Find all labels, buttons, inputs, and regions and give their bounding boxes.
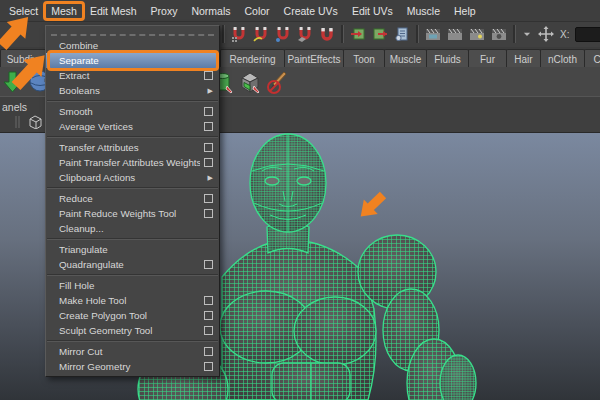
panels-menu-item[interactable]: anels [2, 101, 27, 113]
menu-item-label: Create Polygon Tool [59, 310, 200, 321]
option-box-icon[interactable] [204, 326, 213, 335]
menubar-item-edit-mesh[interactable]: Edit Mesh [84, 3, 143, 19]
shelf-tab-toon[interactable]: Toon [343, 49, 385, 68]
menu-bar: SelectMeshEdit MeshProxyNormalsColorCrea… [0, 0, 600, 22]
menu-item-clipboard-actions[interactable]: Clipboard Actions▶ [46, 170, 219, 185]
move-tool-icon[interactable] [538, 26, 554, 42]
menu-item-mirror-cut[interactable]: Mirror Cut [46, 344, 219, 359]
snap-curve-icon[interactable] [253, 26, 269, 42]
menu-item-sculpt-geometry-tool[interactable]: Sculpt Geometry Tool [46, 323, 219, 338]
menu-item-label: Booleans [59, 85, 204, 96]
menu-item-label: Quadrangulate [59, 259, 200, 270]
menu-item-paint-reduce-weights-tool[interactable]: Paint Reduce Weights Tool [46, 206, 219, 221]
menu-item-make-hole-tool[interactable]: Make Hole Tool [46, 293, 219, 308]
menu-item-label: Extract [59, 70, 200, 81]
toolbar-separator [341, 25, 344, 43]
menu-item-label: Separate [59, 55, 213, 66]
option-box-icon[interactable] [204, 209, 213, 218]
shelf-tab-painteffects[interactable]: PaintEffects [284, 49, 344, 68]
shelf-tab-ncloth[interactable]: nCloth [540, 49, 585, 68]
make-live-icon[interactable] [319, 26, 335, 42]
menu-item-separate[interactable]: Separate [46, 53, 219, 68]
snap-plane-icon[interactable] [297, 26, 313, 42]
construction-history-icon[interactable] [394, 26, 410, 42]
option-box-icon[interactable] [204, 71, 213, 80]
menu-item-booleans[interactable]: Booleans▶ [46, 83, 219, 98]
menubar-item-edit-uvs[interactable]: Edit UVs [346, 3, 399, 19]
menu-item-label: Mirror Geometry [59, 361, 200, 372]
option-box-icon[interactable] [204, 122, 213, 131]
input-connections-icon[interactable] [350, 26, 366, 42]
shelf-tab-rendering[interactable]: Rendering [220, 49, 285, 68]
output-connections-icon[interactable] [372, 26, 388, 42]
chevron-down-icon[interactable] [522, 26, 532, 42]
menu-item-label: Reduce [59, 193, 200, 204]
menu-item-label: Combine [59, 40, 213, 51]
menu-item-label: Sculpt Geometry Tool [59, 325, 200, 336]
paint-tool-off-icon[interactable] [264, 70, 288, 94]
menu-item-combine[interactable]: Combine [46, 38, 219, 53]
render-current-frame-icon[interactable] [447, 26, 463, 42]
menubar-item-proxy[interactable]: Proxy [145, 3, 184, 19]
menu-separator [47, 274, 218, 276]
menu-item-create-polygon-tool[interactable]: Create Polygon Tool [46, 308, 219, 323]
menubar-item-help[interactable]: Help [448, 3, 482, 19]
menubar-item-normals[interactable]: Normals [185, 3, 236, 19]
option-box-icon[interactable] [204, 362, 213, 371]
submenu-arrow-icon: ▶ [208, 174, 213, 182]
menubar-item-create-uvs[interactable]: Create UVs [278, 3, 344, 19]
menu-item-label: Clipboard Actions [59, 172, 204, 183]
menu-item-label: Triangulate [59, 244, 213, 255]
option-box-icon[interactable] [204, 311, 213, 320]
menu-item-label: Make Hole Tool [59, 295, 200, 306]
toolbar-separator [222, 25, 225, 43]
option-box-icon[interactable] [204, 347, 213, 356]
menu-item-mirror-geometry[interactable]: Mirror Geometry [46, 359, 219, 374]
menu-item-label: Fill Hole [59, 280, 213, 291]
menu-separator [47, 187, 218, 189]
polygon-smooth-icon[interactable] [238, 70, 262, 94]
shelf-tab-hair[interactable]: Hair [506, 49, 541, 68]
wireframe-mode-icon[interactable] [28, 115, 43, 129]
option-box-icon[interactable] [204, 143, 213, 152]
menu-item-label: Transfer Attributes [59, 142, 200, 153]
menu-separator [47, 136, 218, 138]
option-box-icon[interactable] [204, 107, 213, 116]
menubar-item-muscle[interactable]: Muscle [401, 3, 446, 19]
menu-item-quadrangulate[interactable]: Quadrangulate [46, 257, 219, 272]
shelf-tab-muscle[interactable]: Muscle [384, 49, 427, 68]
ipr-render-icon[interactable] [469, 26, 485, 42]
x-coordinate-label: X: [560, 29, 569, 40]
menu-item-smooth[interactable]: Smooth [46, 104, 219, 119]
mesh-dropdown-menu: CombineSeparateExtractBooleans▶SmoothAve… [45, 25, 220, 377]
snap-grid-icon[interactable] [231, 26, 247, 42]
shelf-tab-fur[interactable]: Fur [468, 49, 507, 68]
menu-item-paint-transfer-attributes-weights-tool[interactable]: Paint Transfer Attributes Weights Tool [46, 155, 219, 170]
menu-item-fill-hole[interactable]: Fill Hole [46, 278, 219, 293]
menu-item-average-vertices[interactable]: Average Vertices [46, 119, 219, 134]
snap-point-icon[interactable] [275, 26, 291, 42]
annotation-arrow-separate-item [8, 44, 68, 99]
option-box-icon[interactable] [204, 194, 213, 203]
maya-window: SelectMeshEdit MeshProxyNormalsColorCrea… [0, 0, 600, 400]
option-box-icon[interactable] [204, 260, 213, 269]
toolbar-separator [513, 25, 516, 43]
render-settings-icon[interactable] [491, 26, 507, 42]
option-box-icon[interactable] [204, 296, 213, 305]
submenu-arrow-icon: ▶ [208, 87, 213, 95]
toolbar-grip-icon [14, 115, 24, 129]
menu-item-triangulate[interactable]: Triangulate [46, 242, 219, 257]
menu-item-cleanup[interactable]: Cleanup... [46, 221, 219, 236]
shelf-tab-fluids[interactable]: Fluids [426, 49, 469, 68]
option-box-icon[interactable] [204, 158, 213, 167]
x-coordinate-field[interactable] [575, 27, 600, 42]
shelf-tab-cu[interactable]: Cu [584, 49, 600, 68]
render-view-icon[interactable] [425, 26, 441, 42]
toolbar-separator [416, 25, 419, 43]
menu-item-transfer-attributes[interactable]: Transfer Attributes [46, 140, 219, 155]
menu-item-reduce[interactable]: Reduce [46, 191, 219, 206]
menu-separator [47, 340, 218, 342]
menu-tearoff-handle[interactable] [51, 27, 214, 36]
menu-item-extract[interactable]: Extract [46, 68, 219, 83]
menubar-item-color[interactable]: Color [239, 3, 276, 19]
